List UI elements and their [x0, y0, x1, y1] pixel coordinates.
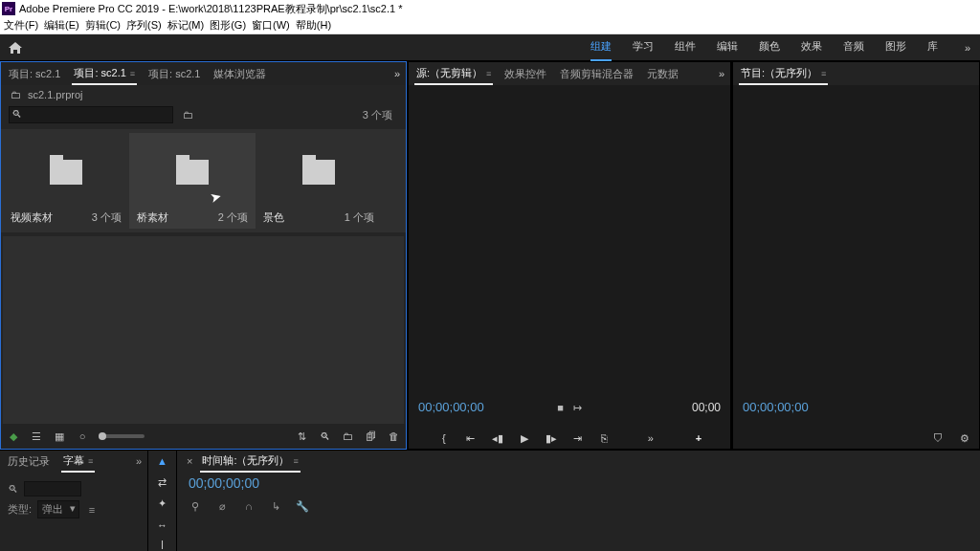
project-panel: 项目: sc2.1 项目: sc2.1≡ 项目: sc2.1 媒体浏览器 » 🗀…: [0, 61, 407, 450]
title-sep: -: [159, 3, 168, 14]
workspace-overflow[interactable]: »: [955, 42, 980, 54]
marker-icon[interactable]: ∩: [242, 500, 256, 513]
home-button[interactable]: [0, 34, 31, 60]
workspace-editing[interactable]: 组件: [675, 33, 696, 61]
step-icon[interactable]: ↦: [573, 402, 582, 414]
workspace-color[interactable]: 颜色: [759, 33, 780, 61]
menu-help[interactable]: 帮助(H): [296, 18, 331, 33]
menu-window[interactable]: 窗口(W): [252, 18, 290, 33]
project-search-input[interactable]: [9, 106, 173, 123]
ripple-tool[interactable]: ✦: [154, 496, 171, 510]
sort-icon[interactable]: ⇅: [295, 430, 308, 443]
source-monitor[interactable]: 00;00;00;00 ■ ↦ 00;00 { ⇤ ◂▮ ▶ ▮▸ ⇥ ⎘ » …: [409, 85, 730, 449]
timeline-close-icon[interactable]: ×: [187, 455, 192, 467]
new-bin-icon[interactable]: 🗀: [181, 109, 194, 121]
bin-scenery[interactable]: 景色 1 个项: [256, 133, 382, 229]
tab-timeline[interactable]: 时间轴:（无序列）≡: [200, 451, 300, 473]
search-icon: 🔍︎: [8, 483, 18, 495]
menu-mark[interactable]: 标记(M): [167, 18, 205, 33]
titlebar: Pr Adobe Premiere Pro CC 2019 - E:\work\…: [0, 0, 980, 17]
overflow-icon[interactable]: »: [644, 432, 657, 445]
workspace-learning[interactable]: 学习: [633, 33, 654, 61]
project-folder-icon: 🗀: [9, 89, 22, 100]
bin-video[interactable]: 视频素材 3 个项: [3, 133, 129, 229]
settings-icon[interactable]: ⚙: [958, 432, 971, 445]
captions-stream-icon[interactable]: ≡: [85, 504, 99, 516]
project-empty-area[interactable]: [3, 236, 404, 424]
menu-graphics[interactable]: 图形(G): [210, 18, 246, 33]
workspace-effects[interactable]: 效果: [801, 33, 822, 61]
source-transport: { ⇤ ◂▮ ▶ ▮▸ ⇥ ⎘ » +: [409, 432, 730, 445]
source-tabs-overflow[interactable]: »: [719, 68, 724, 79]
project-tabs-overflow[interactable]: »: [394, 68, 400, 79]
new-bin-button[interactable]: 🗀: [341, 430, 354, 443]
project-tabs: 项目: sc2.1 项目: sc2.1≡ 项目: sc2.1 媒体浏览器 »: [1, 62, 406, 85]
go-in-icon[interactable]: ⇤: [464, 432, 478, 445]
tab-project-3[interactable]: 项目: sc2.1: [146, 64, 202, 84]
tab-project-1[interactable]: 项目: sc2.1: [7, 64, 62, 84]
tab-menu-icon[interactable]: ≡: [130, 69, 135, 78]
pen-tool[interactable]: ⅼ: [154, 540, 171, 551]
tab-source[interactable]: 源:（无剪辑）≡: [414, 63, 493, 85]
tab-menu-icon[interactable]: ≡: [486, 69, 491, 78]
captions-type-value: 弹出: [42, 503, 63, 515]
play-icon[interactable]: ▶: [518, 432, 531, 445]
workspace-edits[interactable]: 编辑: [717, 33, 738, 61]
add-marker-icon[interactable]: ↳: [269, 500, 282, 513]
settings-wrench-icon[interactable]: 🔧: [296, 500, 309, 513]
tab-project-2[interactable]: 项目: sc2.1≡: [72, 63, 137, 85]
tab-effect-controls[interactable]: 效果控件: [502, 64, 548, 84]
workspace-audio[interactable]: 音频: [843, 33, 864, 61]
link-icon[interactable]: ⌀: [215, 500, 229, 513]
write-lock-icon[interactable]: ◆: [7, 430, 20, 443]
tab-history[interactable]: 历史记录: [6, 452, 52, 472]
safe-margins-icon[interactable]: ⛉: [931, 432, 945, 445]
menu-file[interactable]: 文件(F): [4, 18, 38, 33]
selection-tool[interactable]: ▲: [154, 454, 171, 468]
add-button-icon[interactable]: +: [696, 432, 702, 445]
workspace-library[interactable]: 库: [927, 33, 938, 61]
insert-icon[interactable]: ⎘: [598, 432, 612, 445]
workspace-assembly[interactable]: 组建: [590, 33, 612, 61]
slip-tool[interactable]: ↔: [154, 518, 171, 532]
bin-count: 3 个项: [92, 210, 122, 225]
folder-icon: [302, 160, 335, 185]
source-timecode-in[interactable]: 00;00;00;00: [418, 400, 484, 414]
workspace-graphics[interactable]: 图形: [885, 33, 906, 61]
icon-view-icon[interactable]: ▦: [53, 430, 66, 443]
source-duration: 00;00: [692, 401, 721, 414]
tab-menu-icon[interactable]: ≡: [294, 456, 299, 466]
tab-metadata[interactable]: 元数据: [645, 64, 680, 84]
list-view-icon[interactable]: ☰: [30, 430, 43, 443]
mark-in-icon[interactable]: {: [437, 432, 451, 445]
menu-sequence[interactable]: 序列(S): [126, 18, 162, 33]
captions-search-input[interactable]: [24, 481, 81, 496]
program-monitor[interactable]: 00;00;00;00 ⛉ ⚙: [733, 85, 979, 449]
bin-count: 2 个项: [218, 210, 248, 225]
bin-bridge[interactable]: 桥素材 2 个项: [129, 133, 256, 229]
track-select-tool[interactable]: ⇄: [154, 475, 171, 489]
delete-button[interactable]: 🗑: [387, 430, 400, 443]
tab-menu-icon[interactable]: ≡: [821, 69, 826, 78]
tab-menu-icon[interactable]: ≡: [88, 456, 93, 466]
program-panel: 节目:（无序列）≡ 00;00;00;00 ⛉ ⚙: [732, 61, 980, 450]
zoom-slider[interactable]: [99, 434, 145, 438]
tab-captions[interactable]: 字幕≡: [61, 451, 95, 473]
menu-edit[interactable]: 编辑(E): [44, 18, 79, 33]
stop-icon[interactable]: ■: [557, 402, 564, 414]
program-timecode[interactable]: 00;00;00;00: [743, 400, 809, 414]
freeform-view-icon[interactable]: ○: [76, 430, 89, 442]
tab-program[interactable]: 节目:（无序列）≡: [739, 63, 828, 85]
new-item-button[interactable]: 🗐: [364, 430, 377, 443]
step-back-icon[interactable]: ◂▮: [491, 432, 504, 445]
tab-audio-mixer[interactable]: 音频剪辑混合器: [558, 64, 635, 84]
menu-clip[interactable]: 剪辑(C): [85, 18, 121, 33]
snap-icon[interactable]: ⚲: [189, 500, 202, 513]
tab-media-browser[interactable]: 媒体浏览器: [212, 64, 268, 84]
step-fwd-icon[interactable]: ▮▸: [545, 432, 558, 445]
history-overflow[interactable]: »: [136, 455, 142, 467]
timeline-timecode[interactable]: 00;00;00;00: [177, 472, 980, 495]
go-out-icon[interactable]: ⇥: [571, 432, 585, 445]
captions-type-select[interactable]: 弹出 ▾: [37, 500, 79, 518]
find-icon[interactable]: 🔍︎: [318, 430, 331, 443]
